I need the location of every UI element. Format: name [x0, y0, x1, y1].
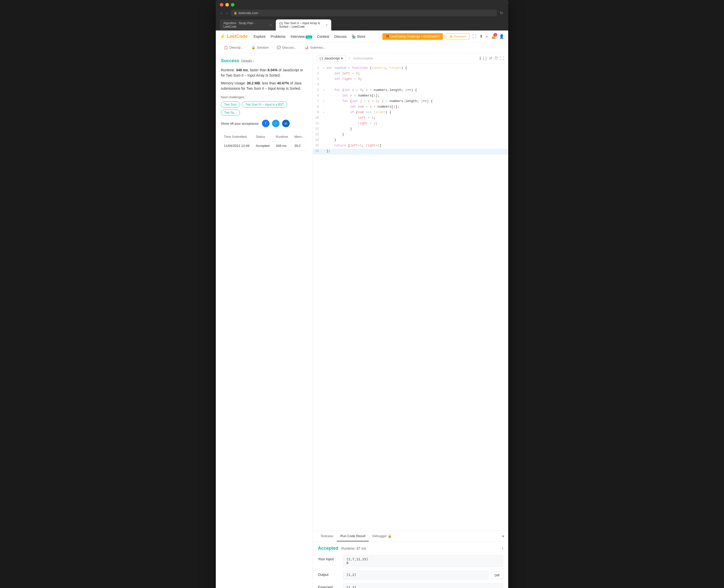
refresh-button[interactable]: ↻	[499, 9, 504, 16]
url-text: leetcode.com	[239, 11, 258, 15]
panel-collapse-icon[interactable]: ▾	[502, 534, 504, 539]
logo-text: LeetCode	[227, 34, 247, 39]
submissions-icon: 📊	[304, 46, 308, 49]
expand-button[interactable]: ⛶	[500, 56, 504, 61]
tab-active-close-icon[interactable]: ✕	[326, 24, 328, 26]
fullscreen-button[interactable]: ⛶	[472, 34, 477, 39]
submission-memory: 39.2	[291, 141, 307, 150]
top-nav: ⚡ LeetCode Explore Problems InterviewNew…	[216, 30, 508, 43]
code-line-8: 8 let num = x + numbers[j];	[313, 105, 508, 110]
nav-explore[interactable]: Explore	[254, 35, 265, 39]
logo[interactable]: ⚡ LeetCode	[220, 34, 247, 39]
nav-interview[interactable]: InterviewNew	[291, 35, 312, 39]
nav-right: 🎁 LeetCoding Challenge + GIVEAWAY! ⭐ Pre…	[382, 33, 504, 40]
code-line-3: 3 let right = 0;	[313, 77, 508, 82]
tab-label: Algorithm · Study Plan · LeetCode	[223, 21, 268, 28]
nav-discuss[interactable]: Discuss	[334, 35, 347, 39]
info-button[interactable]: ℹ	[480, 56, 481, 61]
col-status: Status	[253, 132, 273, 141]
nav-store[interactable]: 🏪 Store	[352, 35, 365, 39]
run-result-content: Accepted Runtime: 87 ms ℹ Your input [2,…	[313, 542, 508, 588]
minimize-traffic-light[interactable]	[225, 3, 229, 6]
your-input-row: Your input [2,7,11,15]9	[318, 555, 503, 567]
tab-testcase[interactable]: Testcase	[317, 531, 337, 541]
accepted-status: Accepted	[318, 546, 338, 551]
code-editor[interactable]: 1 ▾ var twoSum = function (numbers, targ…	[313, 64, 508, 531]
add-tab-button[interactable]: +	[486, 34, 488, 39]
autocomplete-toggle[interactable]: Autocomplete	[353, 57, 373, 60]
lang-icon: { }	[320, 57, 323, 60]
back-button[interactable]: ‹	[220, 10, 223, 16]
success-label: Success	[221, 58, 239, 63]
new-badge: New	[305, 36, 312, 39]
facebook-share-button[interactable]: f	[262, 120, 269, 127]
runtime-value: 348 ms	[236, 68, 248, 72]
output-label: Output	[318, 571, 343, 577]
close-traffic-light[interactable]	[220, 3, 223, 6]
main-layout: Success Details › Runtime: 348 ms, faste…	[216, 53, 508, 588]
tab-submissions[interactable]: 📊 Submiss...	[301, 43, 329, 53]
premium-button[interactable]: ⭐ Premium	[446, 33, 469, 40]
tab-run-code-result[interactable]: Run Code Result	[337, 531, 369, 541]
challenge-twosum4[interactable]: Two Sum IV – Input is a BST	[242, 102, 287, 108]
clock-button[interactable]: ⏱	[494, 56, 498, 61]
accepted-header: Accepted Runtime: 87 ms ℹ	[318, 546, 503, 551]
code-line-7: 7 ▾ for (let j = i + 1; j < numbers.leng…	[313, 99, 508, 105]
tab-solution[interactable]: 🔒 Solution	[247, 43, 273, 53]
nav-contest[interactable]: Contest	[317, 35, 329, 39]
nav-problems[interactable]: Problems	[270, 35, 285, 39]
challenge-twosum[interactable]: Two Sum	[221, 102, 240, 108]
linkedin-share-button[interactable]: in	[282, 120, 290, 127]
output-row: Output [1,2] Diff	[318, 571, 503, 580]
output-value: [1,2]	[343, 571, 488, 580]
table-row[interactable]: 11/04/2021 12:49 Accepted 348 ms 39.2	[221, 141, 307, 150]
address-bar[interactable]: 🔒 leetcode.com	[231, 9, 497, 16]
challenge-twosum-more[interactable]: Two Su...	[221, 110, 240, 115]
tab-discuss[interactable]: 💬 Discuss...	[273, 43, 301, 53]
code-line-2: 2 let left = 0;	[313, 71, 508, 77]
tab-close-icon[interactable]: ✕	[270, 24, 272, 26]
desc-icon: 📋	[224, 46, 228, 49]
twitter-share-button[interactable]: 🐦	[272, 120, 280, 127]
reset-button[interactable]: ↺	[489, 56, 492, 61]
language-selector[interactable]: { } JavaScript ▾	[317, 55, 346, 61]
notification-button[interactable]: 🔔 1	[491, 34, 496, 39]
logo-icon: ⚡	[220, 34, 225, 39]
left-panel: Success Details › Runtime: 348 ms, faste…	[216, 53, 313, 588]
stats-section: Runtime: 348 ms, faster than 8.04% of Ja…	[221, 67, 307, 91]
challenge-tags: Two Sum Two Sum IV – Input is a BST Two …	[221, 102, 307, 115]
bottom-panel: Testcase Run Code Result Debugger 🔒 ▾	[313, 531, 508, 588]
maximize-traffic-light[interactable]	[231, 3, 235, 6]
runtime-stat: Runtime: 348 ms, faster than 8.04% of Ja…	[221, 67, 307, 78]
user-avatar[interactable]: 👤	[499, 34, 504, 39]
submissions-table: Time Submitted Status Runtime Mem... 11/…	[221, 132, 307, 150]
diff-button[interactable]: Diff	[491, 572, 503, 579]
memory-value: 39.2 MB	[247, 81, 260, 85]
social-share: Show off your acceptance: f 🐦 in	[221, 120, 307, 127]
chevron-down-icon: ▾	[341, 57, 343, 60]
submission-status: Accepted	[253, 141, 273, 150]
expected-label: Expected	[318, 583, 343, 588]
runtime-info: Runtime: 87 ms	[341, 546, 366, 550]
submission-runtime: 348 ms	[273, 141, 291, 150]
tab-twosum[interactable]: (1) Two Sum II – Input Array Is Sorted –…	[276, 19, 331, 30]
format-button[interactable]: { }	[483, 56, 487, 61]
editor-actions: ℹ { } ↺ ⏱ ⛶	[480, 56, 504, 61]
forward-button[interactable]: ›	[225, 10, 228, 16]
sub-nav: 📋 Descrip... 🔒 Solution 💬 Discuss... 📊 S…	[216, 43, 508, 53]
col-runtime: Runtime	[273, 132, 291, 141]
giveaway-button[interactable]: 🎁 LeetCoding Challenge + GIVEAWAY!	[382, 33, 443, 40]
nav-links: Explore Problems InterviewNew Contest Di…	[254, 35, 365, 39]
tab-debugger[interactable]: Debugger 🔒	[369, 531, 395, 541]
details-link[interactable]: Details ›	[241, 59, 254, 63]
result-info-icon[interactable]: ℹ	[502, 546, 503, 550]
submission-time: 11/04/2021 12:49	[221, 141, 253, 150]
upload-button[interactable]: ⬆	[480, 34, 483, 39]
tab-description[interactable]: 📋 Descrip...	[220, 43, 247, 53]
memory-percent: 40.67%	[277, 81, 289, 85]
expected-row: Expected [1,2]	[318, 583, 503, 588]
tab-algorithm[interactable]: Algorithm · Study Plan · LeetCode ✕	[220, 19, 275, 30]
code-line-1: 1 ▾ var twoSum = function (numbers, targ…	[313, 66, 508, 71]
code-line-6: 6 let x = numbers[i];	[313, 93, 508, 99]
code-line-13: 13 }	[313, 132, 508, 138]
